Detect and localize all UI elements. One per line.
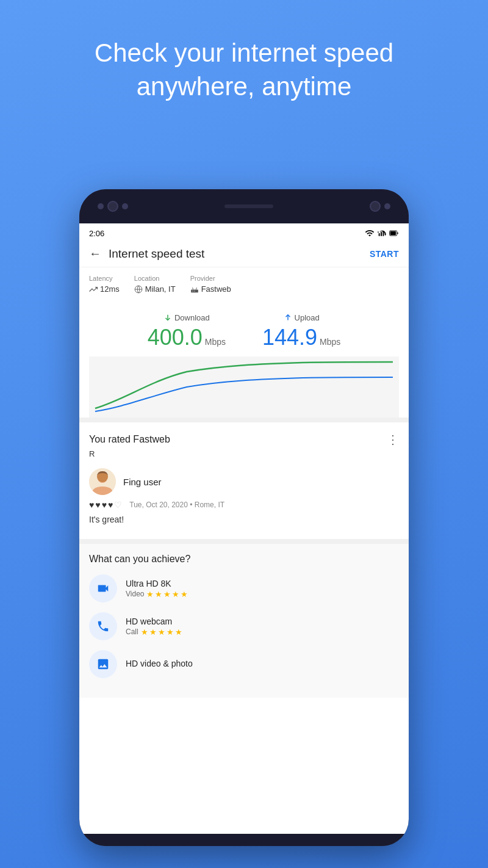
back-button[interactable]: ← xyxy=(89,247,101,261)
location-label: Location xyxy=(134,275,176,282)
speed-row: Download 400.0Mbps xyxy=(89,313,399,350)
avatar xyxy=(89,468,116,495)
info-row: Latency 12ms Location xyxy=(79,267,409,301)
upload-label: Upload xyxy=(262,313,340,322)
achieve-name-3: HD video & photo xyxy=(126,659,399,668)
achieve-info-1: Ultra HD 8K Video ★ ★ ★ ★ ★ xyxy=(126,579,399,599)
wifi-icon xyxy=(365,228,375,238)
achieve-item-2: HD webcam Call ★ ★ ★ ★ ★ xyxy=(89,612,399,640)
review-rating-label: R xyxy=(89,449,399,458)
status-bar: 2:06 xyxy=(79,223,409,241)
hero-title: Check your internet speed anywhere, anyt… xyxy=(0,0,488,128)
phone-speaker xyxy=(224,204,273,208)
app-title: Internet speed test xyxy=(109,247,370,261)
latency-label: Latency xyxy=(89,275,120,282)
svg-rect-1 xyxy=(381,232,382,236)
achieve-sub-1: Video ★ ★ ★ ★ ★ xyxy=(126,590,399,599)
provider-label: Provider xyxy=(190,275,231,282)
review-section: You rated Fastweb ⋮ R xyxy=(79,422,409,539)
achieve-name-2: HD webcam xyxy=(126,617,399,626)
phone-cameras xyxy=(98,201,128,212)
phone-bottom-bar xyxy=(79,834,409,846)
achieve-info-3: HD video & photo xyxy=(126,659,399,670)
camera-dot-1 xyxy=(98,203,104,209)
download-col: Download 400.0Mbps xyxy=(148,313,226,350)
trend-icon xyxy=(89,285,98,294)
provider-col: Provider Fastweb xyxy=(190,275,231,294)
heart-3: ♥ xyxy=(102,500,107,510)
camera-dot-main xyxy=(107,201,118,212)
reviewer-row: Fing user xyxy=(89,468,399,495)
download-label: Download xyxy=(148,313,226,322)
video-icon xyxy=(96,582,110,595)
camera-dot-3 xyxy=(384,203,390,209)
svg-rect-4 xyxy=(390,231,396,235)
provider-value: Fastweb xyxy=(190,284,231,294)
camera-front xyxy=(370,201,381,212)
heart-2: ♥ xyxy=(95,500,100,510)
photo-icon xyxy=(96,657,110,671)
achieve-icon-2 xyxy=(89,612,117,640)
location-col: Location Milan, IT xyxy=(134,275,176,294)
hearts-rating: ♥ ♥ ♥ ♥ ♡ xyxy=(89,500,122,510)
avatar-icon xyxy=(89,468,116,495)
speed-section: Download 400.0Mbps xyxy=(79,301,409,418)
download-value: 400.0Mbps xyxy=(148,325,226,350)
battery-icon xyxy=(389,228,399,238)
camera-dot-2 xyxy=(122,203,128,209)
router-icon xyxy=(190,285,199,294)
review-header: You rated Fastweb ⋮ xyxy=(89,432,399,447)
review-comment: It's great! xyxy=(89,515,399,524)
review-title: You rated Fastweb xyxy=(89,434,170,445)
svg-point-9 xyxy=(194,291,195,291)
download-arrow-icon xyxy=(163,314,172,322)
more-options-button[interactable]: ⋮ xyxy=(387,432,399,447)
review-date: Tue, Oct 20, 2020 • Rome, IT xyxy=(129,501,224,509)
achieve-name-1: Ultra HD 8K xyxy=(126,579,399,588)
upload-col: Upload 144.9Mbps xyxy=(262,313,340,350)
achieve-info-2: HD webcam Call ★ ★ ★ ★ ★ xyxy=(126,617,399,637)
status-time: 2:06 xyxy=(89,229,104,238)
reviewer-name: Fing user xyxy=(123,477,162,487)
app-header: ← Internet speed test START xyxy=(79,241,409,267)
upload-value: 144.9Mbps xyxy=(262,325,340,350)
stars-1: ★ ★ ★ ★ ★ xyxy=(146,590,188,599)
achieve-item-3: HD video & photo xyxy=(89,650,399,678)
location-value: Milan, IT xyxy=(134,284,176,294)
latency-col: Latency 12ms xyxy=(89,275,120,294)
globe-icon xyxy=(134,285,143,294)
achieve-title: What can you achieve? xyxy=(89,554,399,565)
phone-top-bar xyxy=(79,189,409,223)
review-meta: ♥ ♥ ♥ ♥ ♡ Tue, Oct 20, 2020 • Rome, IT xyxy=(89,500,399,510)
achieve-icon-3 xyxy=(89,650,117,678)
speed-chart-svg xyxy=(89,356,399,418)
heart-5: ♡ xyxy=(114,500,122,510)
section-divider-1 xyxy=(79,418,409,422)
achieve-icon-1 xyxy=(89,574,117,602)
speed-chart xyxy=(89,356,399,418)
svg-rect-0 xyxy=(379,233,380,236)
achieve-section: What can you achieve? Ultra HD 8K Video xyxy=(79,544,409,698)
achieve-item-1: Ultra HD 8K Video ★ ★ ★ ★ ★ xyxy=(89,574,399,602)
heart-4: ♥ xyxy=(108,500,113,510)
heart-1: ♥ xyxy=(89,500,94,510)
phone-mockup: 2:06 xyxy=(73,189,415,846)
svg-rect-2 xyxy=(382,231,384,236)
svg-point-8 xyxy=(192,291,193,291)
signal-icon xyxy=(377,228,387,238)
start-button[interactable]: START xyxy=(370,249,399,259)
hero-background: Check your internet speed anywhere, anyt… xyxy=(0,0,488,868)
stars-2: ★ ★ ★ ★ ★ xyxy=(141,627,182,637)
section-divider-2 xyxy=(79,539,409,544)
phone-screen: 2:06 xyxy=(79,223,409,834)
phone-icon xyxy=(96,620,110,633)
achieve-sub-2: Call ★ ★ ★ ★ ★ xyxy=(126,627,399,637)
status-icons xyxy=(365,228,399,238)
latency-value: 12ms xyxy=(89,284,120,294)
camera-right xyxy=(370,201,390,212)
upload-arrow-icon xyxy=(284,314,292,322)
